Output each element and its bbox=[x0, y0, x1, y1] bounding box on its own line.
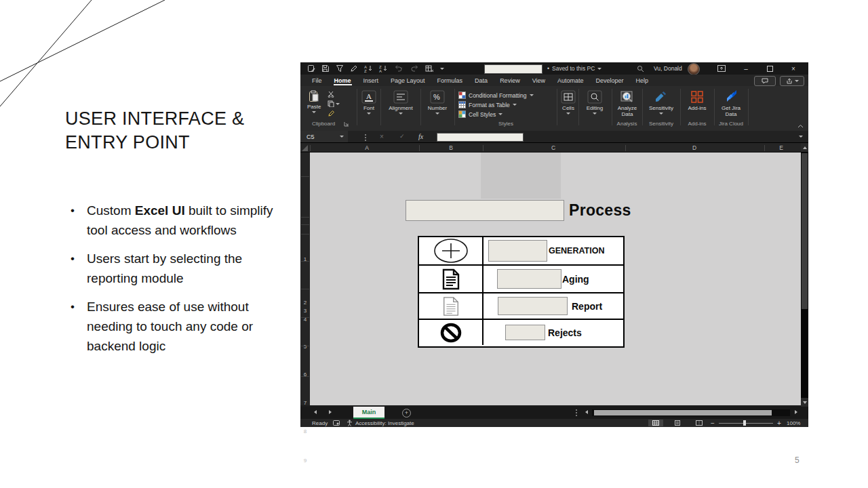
save-icon[interactable] bbox=[321, 64, 330, 73]
addins-button[interactable]: Add-ins bbox=[683, 90, 711, 111]
sensitivity-label: Sensitivity bbox=[649, 105, 673, 111]
column-header-a[interactable]: A bbox=[365, 144, 369, 151]
tab-insert[interactable]: Insert bbox=[357, 75, 385, 86]
name-box-caret-icon[interactable] bbox=[340, 136, 344, 138]
column-header-d[interactable]: D bbox=[692, 144, 696, 151]
delete-cells-icon[interactable] bbox=[425, 64, 434, 73]
group-divider bbox=[357, 89, 357, 125]
add-sheet-button[interactable]: + bbox=[402, 409, 411, 418]
row-header-9[interactable]: 9 bbox=[300, 458, 310, 464]
formula-bar-expand-icon[interactable] bbox=[799, 136, 803, 138]
scroll-up-button[interactable] bbox=[801, 143, 808, 152]
sensitivity-icon bbox=[654, 90, 669, 104]
tab-page-layout[interactable]: Page Layout bbox=[384, 75, 431, 86]
next-sheet-icon[interactable] bbox=[329, 410, 332, 414]
accessibility-icon[interactable] bbox=[347, 420, 353, 426]
font-group-button[interactable]: A Font bbox=[359, 90, 378, 115]
share-button[interactable] bbox=[780, 76, 804, 86]
horizontal-scrollbar[interactable] bbox=[592, 409, 790, 416]
horizontal-scroll-thumb[interactable] bbox=[594, 410, 772, 415]
sort-az-icon[interactable]: AZ bbox=[364, 64, 373, 73]
comments-button[interactable] bbox=[754, 76, 776, 86]
alignment-group-button[interactable]: Alignment bbox=[385, 90, 416, 115]
conditional-formatting-button[interactable]: Conditional Formatting bbox=[458, 91, 534, 100]
tab-view[interactable]: View bbox=[526, 75, 551, 86]
normal-view-button[interactable] bbox=[648, 420, 663, 426]
user-name[interactable]: Vu, Donald bbox=[654, 65, 682, 72]
row-header-3[interactable]: 3 bbox=[300, 308, 310, 314]
cancel-icon[interactable]: × bbox=[380, 133, 384, 140]
tab-home[interactable]: Home bbox=[328, 75, 357, 86]
select-all-corner[interactable] bbox=[302, 145, 308, 151]
enter-icon[interactable]: ✓ bbox=[399, 133, 405, 140]
tab-help[interactable]: Help bbox=[630, 75, 655, 86]
table-icon-cell bbox=[419, 293, 484, 319]
close-button[interactable]: × bbox=[786, 62, 801, 75]
format-painter-small-icon[interactable] bbox=[328, 110, 335, 117]
row-header-2[interactable]: 2 bbox=[300, 300, 310, 306]
formula-bar-divider[interactable] bbox=[365, 134, 366, 141]
macro-record-icon[interactable] bbox=[333, 420, 340, 426]
tab-developer[interactable]: Developer bbox=[590, 75, 630, 86]
column-header-b[interactable]: B bbox=[449, 144, 453, 151]
analyze-data-button[interactable]: Analyze Data bbox=[614, 90, 641, 117]
scroll-down-button[interactable] bbox=[801, 398, 808, 407]
collapse-ribbon-icon[interactable] bbox=[797, 124, 804, 128]
save-book-icon[interactable] bbox=[307, 64, 315, 73]
filter-icon[interactable] bbox=[336, 64, 344, 73]
column-header-e[interactable]: E bbox=[779, 144, 783, 151]
tab-review[interactable]: Review bbox=[494, 75, 526, 86]
format-as-table-button[interactable]: Format as Table bbox=[458, 100, 534, 109]
fx-icon[interactable]: fx bbox=[418, 133, 423, 140]
sensitivity-button[interactable]: Sensitivity bbox=[645, 90, 677, 115]
accessibility-status[interactable]: Accessibility: Investigate bbox=[355, 420, 414, 426]
redacted-box bbox=[505, 325, 545, 340]
redo-icon[interactable] bbox=[410, 64, 419, 73]
autosave-status[interactable]: • Saved to this PC bbox=[547, 65, 601, 72]
prev-sheet-icon[interactable] bbox=[314, 410, 317, 414]
search-icon[interactable] bbox=[637, 65, 644, 73]
formula-input[interactable] bbox=[437, 133, 524, 142]
zoom-in-button[interactable]: + bbox=[777, 420, 781, 427]
user-avatar[interactable] bbox=[688, 63, 700, 75]
get-jira-data-button[interactable]: Get Jira Data bbox=[716, 90, 746, 117]
hscroll-left-icon[interactable] bbox=[585, 410, 588, 414]
redacted-box bbox=[498, 297, 568, 315]
sort-za-icon[interactable]: ZA bbox=[379, 64, 388, 73]
paste-button[interactable]: Paste bbox=[307, 90, 321, 113]
row-header-8[interactable]: 8 bbox=[300, 428, 310, 434]
hscroll-right-icon[interactable] bbox=[795, 410, 797, 414]
qat-customize-caret-icon[interactable] bbox=[440, 68, 444, 70]
maximize-button[interactable] bbox=[762, 62, 777, 75]
format-painter-icon[interactable] bbox=[350, 64, 358, 73]
zoom-level[interactable]: 100% bbox=[787, 420, 800, 426]
sheet-tab-main[interactable]: Main bbox=[353, 407, 384, 419]
sheet-bar-divider[interactable] bbox=[576, 409, 577, 416]
tab-automate[interactable]: Automate bbox=[551, 75, 590, 86]
tab-data[interactable]: Data bbox=[469, 75, 494, 86]
tab-formulas[interactable]: Formulas bbox=[431, 75, 469, 86]
vertical-scroll-thumb[interactable] bbox=[802, 153, 808, 309]
cell-styles-button[interactable]: Cell Styles bbox=[458, 110, 534, 119]
editing-group-button[interactable]: Editing bbox=[581, 90, 608, 115]
cells-group-button[interactable]: Cells bbox=[559, 90, 578, 115]
number-group-button[interactable]: % Number bbox=[424, 90, 451, 115]
sheet-canvas[interactable]: Process GENERATION bbox=[310, 152, 801, 405]
row-header-7[interactable]: 7 bbox=[300, 400, 310, 406]
page-layout-view-button[interactable] bbox=[670, 420, 685, 426]
tab-file[interactable]: File bbox=[306, 75, 328, 86]
zoom-out-button[interactable]: − bbox=[711, 420, 715, 427]
copy-icon[interactable] bbox=[328, 100, 334, 107]
vertical-scrollbar[interactable] bbox=[801, 143, 808, 407]
cut-icon[interactable] bbox=[328, 91, 335, 98]
column-header-c[interactable]: C bbox=[551, 144, 555, 151]
page-break-view-button[interactable] bbox=[692, 420, 707, 426]
ribbon-display-options-icon[interactable] bbox=[717, 65, 726, 72]
row-header-5[interactable]: 5 bbox=[300, 344, 310, 350]
undo-icon[interactable] bbox=[394, 64, 403, 73]
minimize-button[interactable]: – bbox=[738, 62, 753, 75]
clipboard-dialog-launcher-icon[interactable] bbox=[344, 121, 349, 127]
page-break-view-icon bbox=[696, 420, 703, 426]
zoom-slider-thumb[interactable] bbox=[743, 420, 746, 426]
zoom-slider-track[interactable] bbox=[719, 423, 773, 424]
